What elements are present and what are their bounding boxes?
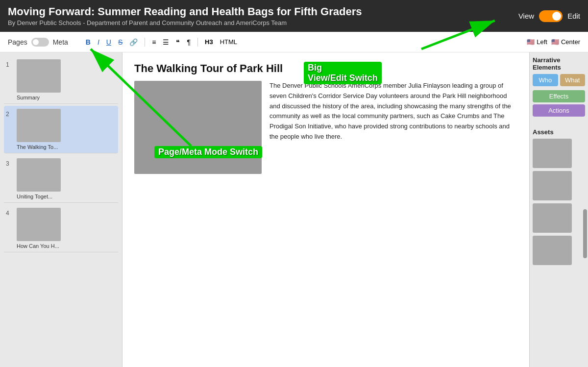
list2-button[interactable]: ☰ (161, 37, 171, 47)
assets-section: Assets (533, 128, 585, 268)
content-image (134, 81, 262, 174)
separator2 (197, 38, 198, 47)
page-1-thumbnail (17, 59, 61, 93)
page-4-thumbnail (17, 208, 61, 241)
who-button[interactable]: Who (533, 74, 558, 86)
asset-thumbnail-4 (533, 236, 572, 265)
pages-label: Pages (8, 38, 27, 46)
page-4-info: How Can You H... (17, 208, 61, 249)
align-center-button[interactable]: 🇺🇸 Center (551, 38, 580, 46)
page-number-1: 1 (6, 61, 13, 68)
narrative-elements-title: Narrative Elements (533, 56, 585, 71)
link-button[interactable]: 🔗 (127, 37, 140, 47)
page-2-info: The Walking To... (17, 109, 61, 150)
align-left-button[interactable]: 🇺🇸 Left (527, 38, 547, 46)
pages-meta-toggle[interactable] (31, 38, 49, 47)
page-1-info: Summary (17, 59, 61, 100)
sidebar-item-3[interactable]: 3 Uniting Toget... (4, 155, 118, 203)
header-title-block: Moving Forward: Summer Reading and Healt… (8, 5, 518, 26)
right-scrollbar[interactable] (583, 209, 587, 258)
page-subtitle: By Denver Public Schools - Department of… (8, 19, 518, 26)
align-buttons: 🇺🇸 Left 🇺🇸 Center (527, 38, 580, 46)
page-3-info: Uniting Toget... (17, 158, 61, 199)
flag-left-icon: 🇺🇸 (527, 38, 535, 46)
pages-meta-toggle-knob (33, 39, 39, 45)
page-3-thumbnail (17, 158, 61, 192)
page-4-label: How Can You H... (17, 243, 61, 249)
quote-button[interactable]: ❝ (174, 37, 182, 47)
page-2-thumbnail (17, 109, 61, 142)
content-body: The Denver Public Schools AmeriCorps mem… (134, 81, 517, 174)
narrative-who-what-row: Who What (533, 74, 585, 88)
view-label: View (518, 12, 534, 20)
header-controls: View Edit (518, 10, 580, 22)
header: Moving Forward: Summer Reading and Healt… (0, 0, 588, 32)
content-text: The Denver Public Schools AmeriCorps mem… (270, 81, 517, 174)
flag-center-icon: 🇺🇸 (551, 38, 559, 46)
sidebar-item-2[interactable]: 2 The Walking To... (4, 106, 118, 153)
assets-title: Assets (533, 128, 585, 136)
what-button[interactable]: What (560, 74, 586, 86)
content-heading: The Walking Tour of Park Hill (134, 62, 517, 75)
narrative-elements-section: Narrative Elements Who What Effects Acti… (533, 56, 585, 119)
align-center-label: Center (561, 38, 580, 46)
list1-button[interactable]: ≡ (150, 37, 158, 47)
italic-button[interactable]: I (96, 37, 101, 47)
content-area: The Walking Tour of Park Hill The Denver… (122, 52, 529, 367)
asset-thumbnail-1 (533, 139, 572, 168)
sidebar-pages: 1 Summary 2 The Walking To... 3 Uniting … (0, 52, 122, 367)
strikethrough-button[interactable]: S (116, 37, 124, 47)
html-button[interactable]: HTML (218, 37, 239, 47)
toggle-knob (552, 12, 561, 21)
underline-button[interactable]: U (104, 37, 113, 47)
align-left-label: Left (537, 38, 547, 46)
h3-button[interactable]: H3 (203, 37, 215, 47)
bold-button[interactable]: B (84, 37, 93, 47)
toolbar: Pages Meta B I U S 🔗 ≡ ☰ ❝ ¶ H3 HTML 🇺🇸 … (0, 32, 588, 52)
effects-button[interactable]: Effects (533, 90, 585, 102)
meta-label: Meta (53, 38, 68, 46)
page-2-label: The Walking To... (17, 144, 61, 150)
page-number-4: 4 (6, 210, 13, 217)
view-edit-toggle[interactable] (539, 10, 563, 22)
main-layout: 1 Summary 2 The Walking To... 3 Uniting … (0, 52, 588, 367)
edit-label: Edit (567, 12, 580, 20)
page-3-label: Uniting Toget... (17, 194, 61, 199)
page-title: Moving Forward: Summer Reading and Healt… (8, 5, 518, 18)
asset-thumbnail-3 (533, 203, 572, 233)
actions-button[interactable]: Actions (533, 104, 585, 117)
right-panel: Narrative Elements Who What Effects Acti… (529, 52, 588, 367)
sidebar-item-4[interactable]: 4 How Can You H... (4, 205, 118, 252)
asset-thumbnail-2 (533, 171, 572, 200)
formatting-toolbar: B I U S 🔗 ≡ ☰ ❝ ¶ H3 HTML (84, 37, 239, 47)
page-1-label: Summary (17, 95, 61, 100)
page-number-3: 3 (6, 160, 13, 167)
sidebar-item-1[interactable]: 1 Summary (4, 56, 118, 104)
pages-meta-section: Pages Meta (8, 38, 68, 47)
separator (145, 38, 145, 47)
page-number-2: 2 (6, 111, 13, 118)
paragraph-button[interactable]: ¶ (185, 37, 193, 47)
